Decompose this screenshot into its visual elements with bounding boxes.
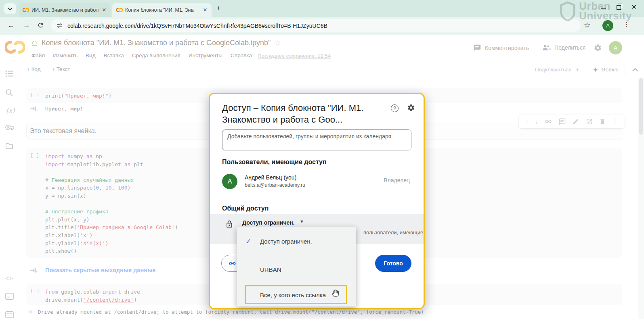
refresh-icon[interactable] xyxy=(37,22,44,29)
dialog-title: Доступ – Копия блокнота "ИИ. М1. Знакомс… xyxy=(222,102,392,125)
people-with-access-heading: Пользователи, имеющие доступ xyxy=(222,158,327,166)
menu-option-restricted[interactable]: ✓ Доступ ограничен. xyxy=(237,227,356,256)
restore-icon[interactable] xyxy=(617,5,621,10)
chevron-down-icon[interactable]: ▼ xyxy=(300,219,304,224)
user-name: Андрей Бельц (you) xyxy=(245,174,296,181)
browser-tab-1[interactable]: ИИ. М1. Знакомство и работа ✕ xyxy=(19,3,111,17)
tab-search-button[interactable] xyxy=(4,3,16,14)
menu-option-label: Доступ ограничен. xyxy=(260,238,312,245)
browser-tab-2-active[interactable]: Копия блокнота "ИИ. М1. Зна ✕ xyxy=(112,3,212,17)
browser-profile-avatar[interactable]: A xyxy=(602,20,613,31)
check-icon: ✓ xyxy=(245,237,251,246)
back-icon[interactable]: ← xyxy=(7,21,15,29)
colab-favicon xyxy=(23,8,29,12)
browser-tabstrip: ИИ. М1. Знакомство и работа ✕ Копия блок… xyxy=(0,0,644,17)
tab-title: ИИ. М1. Знакомство и работа xyxy=(31,7,99,13)
screen: ИИ. М1. Знакомство и работа ✕ Копия блок… xyxy=(0,0,644,319)
close-icon[interactable]: ✕ xyxy=(631,4,637,10)
watermark-line2: University xyxy=(579,11,632,21)
link-icon xyxy=(229,260,236,267)
chevron-down-icon xyxy=(8,8,12,10)
help-icon[interactable]: ? xyxy=(391,104,399,112)
address-bar[interactable]: colab.research.google.com/drive/1kQSvH7N… xyxy=(51,19,581,32)
url-text: colab.research.google.com/drive/1kQSvH7N… xyxy=(67,23,327,29)
mouse-cursor-hand-icon xyxy=(331,289,340,298)
tab-close-icon[interactable]: ✕ xyxy=(101,7,107,13)
user-access-row[interactable]: A Андрей Бельц (you) belts.a@urban-acade… xyxy=(222,173,411,191)
site-info-icon[interactable] xyxy=(57,23,63,29)
general-access-heading: Общий доступ xyxy=(222,205,269,212)
user-avatar: A xyxy=(222,174,237,189)
add-people-placeholder: Добавьте пользователей, группы и меропри… xyxy=(227,133,391,140)
bookmark-star-icon[interactable]: ☆ xyxy=(584,21,590,29)
access-dropdown-menu: ✓ Доступ ограничен. URBAN Все, у кого ес… xyxy=(237,227,356,306)
access-dropdown[interactable]: Доступ ограничен. xyxy=(242,219,295,226)
colab-favicon xyxy=(116,8,123,12)
browser-navbar: ← → colab.research.google.com/drive/1kQS… xyxy=(0,17,644,35)
lock-icon xyxy=(225,220,233,229)
menu-option-anyone-with-link[interactable]: Все, у кого есть ссылка xyxy=(237,283,356,306)
done-button[interactable]: Готово xyxy=(375,255,411,272)
tab-title: Копия блокнота "ИИ. М1. Зна xyxy=(125,7,199,13)
new-tab-button[interactable]: + xyxy=(216,4,220,12)
shield-logo-icon xyxy=(560,1,576,21)
access-subtext-fragment: пользователи, имеющие xyxy=(363,229,423,236)
tab-close-icon[interactable]: ✕ xyxy=(202,7,208,13)
add-people-input[interactable]: Добавьте пользователей, группы и меропри… xyxy=(222,129,411,150)
menu-option-label: URBAN xyxy=(260,266,281,273)
minimize-icon[interactable] xyxy=(601,8,606,9)
user-email: belts.a@urban-academy.ru xyxy=(245,182,305,188)
menu-option-urban[interactable]: URBAN xyxy=(237,256,356,283)
share-settings-gear-icon[interactable] xyxy=(407,104,415,112)
window-controls: ✕ xyxy=(601,4,637,10)
forward-icon[interactable]: → xyxy=(23,21,30,29)
user-role: Владелец xyxy=(384,177,410,183)
